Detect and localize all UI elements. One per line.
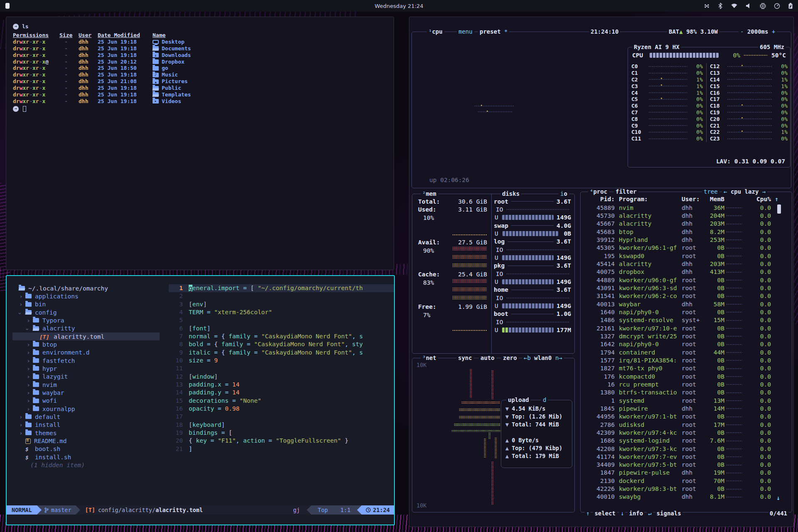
battery-icon[interactable] bbox=[788, 2, 793, 9]
mem-box-title[interactable]: ²mem bbox=[421, 190, 438, 197]
process-row[interactable]: 31541 kworker/u96:2-co root 0B 0.0 bbox=[584, 292, 771, 300]
tree-item[interactable]: themes bbox=[12, 429, 169, 437]
tree-root[interactable]: ~/.local/share/omarchy bbox=[12, 284, 169, 292]
process-row[interactable]: 45683 btop dhh 8.2M 0.0 bbox=[584, 228, 771, 236]
bluetooth-icon[interactable] bbox=[718, 2, 723, 9]
sort-direction-icon[interactable]: ↑ bbox=[775, 196, 778, 202]
editor-pane[interactable]: 1 general.import = [ "~/.config/omarchy/… bbox=[169, 276, 394, 515]
header-pid[interactable]: Pid: bbox=[584, 196, 615, 202]
tree-item[interactable]: (1 hidden item) bbox=[12, 461, 169, 469]
process-row[interactable]: 43091 kworker/u96:3-sd root 0B 0.0 bbox=[584, 284, 771, 292]
key-up[interactable]: ↑ bbox=[585, 510, 591, 517]
tree-item[interactable]: install bbox=[12, 421, 169, 429]
tree-item[interactable]: wofi bbox=[12, 397, 169, 405]
process-row[interactable]: 42208 kworker/u97:3-kc root 0B 0.0 bbox=[584, 445, 771, 453]
scroll-down-icon[interactable]: ↓ bbox=[776, 495, 780, 501]
sort-selector[interactable]: ← cpu lazy → bbox=[722, 188, 767, 195]
net-box-title[interactable]: ³net bbox=[421, 355, 438, 361]
tree-item[interactable]: boot.sh bbox=[12, 445, 169, 453]
updates-icon[interactable] bbox=[704, 3, 710, 9]
tree-item[interactable]: btop bbox=[12, 340, 169, 348]
git-branch[interactable]: master bbox=[42, 505, 76, 515]
process-row[interactable]: 16 rcu_preempt root 0B 0.0 bbox=[584, 380, 771, 388]
tree-item[interactable]: lazygit bbox=[12, 373, 169, 381]
process-row[interactable]: 40010 swaybg dhh 8.1M 0.0 bbox=[584, 493, 771, 501]
net-zero-toggle[interactable]: zero bbox=[501, 355, 519, 361]
tree-item[interactable]: waybar bbox=[12, 389, 169, 397]
process-row[interactable]: 39912 Hyprland dhh 253M 0.0 bbox=[584, 236, 771, 244]
process-row[interactable]: 2130 dockerd root 70M 0.0 bbox=[584, 477, 771, 485]
process-row[interactable]: 41174 kworker/u97:7-ev root 0B 0.0 bbox=[584, 453, 771, 461]
process-row[interactable]: 44889 kworker/u96:0-gf root 0B 0.0 bbox=[584, 276, 771, 284]
process-row[interactable]: 40075 dropbox dhh 413M 0.0 bbox=[584, 268, 771, 276]
net-auto-toggle[interactable]: auto bbox=[479, 355, 496, 361]
neovim-window[interactable]: ~/.local/share/omarchy applications bin bbox=[6, 275, 395, 525]
process-row[interactable]: 1794 containerd root 44M 0.0 bbox=[584, 348, 771, 356]
process-row[interactable]: 22161 kworker/u97:10-e root 0B 0.0 bbox=[584, 324, 771, 332]
process-row[interactable]: 44956 kworker/u97:1-bt root 0B 0.0 bbox=[584, 413, 771, 421]
process-row[interactable]: 1847 pipewire-pulse dhh 19M 0.0 bbox=[584, 469, 771, 477]
process-row[interactable]: 1327 dmcrypt_write/25 root 0B 0.0 bbox=[584, 332, 771, 340]
header-user[interactable]: User: bbox=[678, 196, 703, 202]
process-row[interactable]: 45889 nvim dhh 36M 0.0 bbox=[584, 204, 771, 212]
process-row[interactable]: 1845 pipewire dhh 14M 0.0 bbox=[584, 404, 771, 412]
header-cpu[interactable]: Cpu% bbox=[744, 196, 771, 202]
process-row[interactable]: 1380 btrfs-transactio root 0B 0.0 bbox=[584, 389, 771, 397]
signals-hint[interactable]: signals bbox=[655, 510, 682, 517]
net-interface[interactable]: ←b wlan0 n→ bbox=[522, 355, 564, 361]
tree-item[interactable]: nvim bbox=[12, 381, 169, 389]
proc-box-title[interactable]: ⁴proc bbox=[588, 188, 609, 195]
tree-item[interactable]: config bbox=[12, 308, 169, 316]
header-mem[interactable]: MemB bbox=[703, 196, 724, 202]
header-program[interactable]: Program: bbox=[615, 196, 678, 202]
process-row[interactable]: 1642 napi/phy0-0 root 0B 0.0 bbox=[584, 340, 771, 348]
process-row[interactable]: 40013 waybar dhh 58M 0.0 bbox=[584, 300, 771, 308]
gauge-icon[interactable] bbox=[774, 3, 780, 9]
process-row[interactable]: 45414 alacritty dhh 203M 0.0 bbox=[584, 260, 771, 268]
tree-item[interactable]: fastfetch bbox=[12, 357, 169, 365]
process-row[interactable]: 195 kswapd0 root 0B 0.0 bbox=[584, 252, 771, 260]
process-row[interactable]: 45730 alacritty dhh 204M 0.0 bbox=[584, 212, 771, 219]
process-row[interactable]: 1577 irq/81-PIXA3854: root 0B 0.0 bbox=[584, 356, 771, 364]
process-row[interactable]: 42226 kworker/u98:3-bt root 0B 0.0 bbox=[584, 485, 771, 493]
process-row[interactable]: 1827 mt76-tx phy0 root 0B 0.0 bbox=[584, 365, 771, 372]
process-row[interactable]: 1 systemd root 13M 0.0 bbox=[584, 397, 771, 404]
volume-icon[interactable] bbox=[746, 3, 752, 9]
net-sync-toggle[interactable]: sync bbox=[456, 355, 474, 361]
process-row[interactable]: 176 kcompactd0 root 0B 0.0 bbox=[584, 372, 771, 380]
tree-item[interactable]: applications bbox=[12, 292, 169, 300]
prompt-line-active[interactable]: → bbox=[13, 105, 387, 113]
process-row[interactable]: 1486 systemd-resolve syst+ 15M 0.0 bbox=[584, 316, 771, 324]
tree-item[interactable]: xournalpp bbox=[12, 405, 169, 413]
interval-increase[interactable]: + bbox=[772, 28, 775, 35]
process-row[interactable]: 45305 kworker/u96:1-gf root 0B 0.0 bbox=[584, 244, 771, 252]
tree-item[interactable]: bin bbox=[12, 300, 169, 308]
scrollbar-thumb[interactable] bbox=[777, 204, 781, 214]
key-down[interactable]: ↓ bbox=[619, 510, 625, 517]
process-row[interactable]: 42309 kworker/u97:4-kc root 0B 0.0 bbox=[584, 429, 771, 436]
cpu-icon[interactable] bbox=[760, 3, 766, 9]
wifi-icon[interactable] bbox=[731, 3, 738, 9]
tree-item[interactable]: alacritty bbox=[12, 325, 169, 332]
terminal-window[interactable]: → ls Permissions Size User Date Modified… bbox=[6, 17, 394, 270]
tree-item[interactable]: environment.d bbox=[12, 349, 169, 357]
process-row[interactable]: 1640 napi/phy0-0 root 0B 0.0 bbox=[584, 308, 771, 316]
tree-toggle[interactable]: tree bbox=[702, 188, 719, 195]
cpu-box-title[interactable]: ¹cpu bbox=[427, 28, 444, 35]
interval-decrease[interactable]: - bbox=[740, 28, 744, 35]
info-hint[interactable]: info bbox=[628, 510, 644, 517]
preset-button[interactable]: preset * bbox=[478, 28, 509, 35]
net-stats-key[interactable]: d bbox=[541, 397, 548, 403]
process-row[interactable]: 2786 udisksd root 17M 0.0 bbox=[584, 421, 771, 429]
process-row[interactable]: 45667 alacritty dhh 203M 0.0 bbox=[584, 220, 771, 228]
io-toggle[interactable]: io bbox=[559, 190, 569, 197]
filter-button[interactable]: filter bbox=[614, 188, 638, 195]
process-row[interactable]: 1686 systemd-logind root 7.6M 0.0 bbox=[584, 437, 771, 445]
tree-item[interactable]: default bbox=[12, 413, 169, 421]
tree-item[interactable]: Typora bbox=[12, 316, 169, 324]
tree-item[interactable]: alacritty.toml bbox=[12, 332, 160, 340]
tree-item[interactable]: hypr bbox=[12, 365, 169, 372]
btop-window[interactable]: ¹cpu menu preset * 21:24:10 BAT▲ 98% 3.1… bbox=[409, 17, 794, 527]
menu-button[interactable]: menu bbox=[457, 28, 474, 35]
tree-item[interactable]: install.sh bbox=[12, 453, 169, 461]
